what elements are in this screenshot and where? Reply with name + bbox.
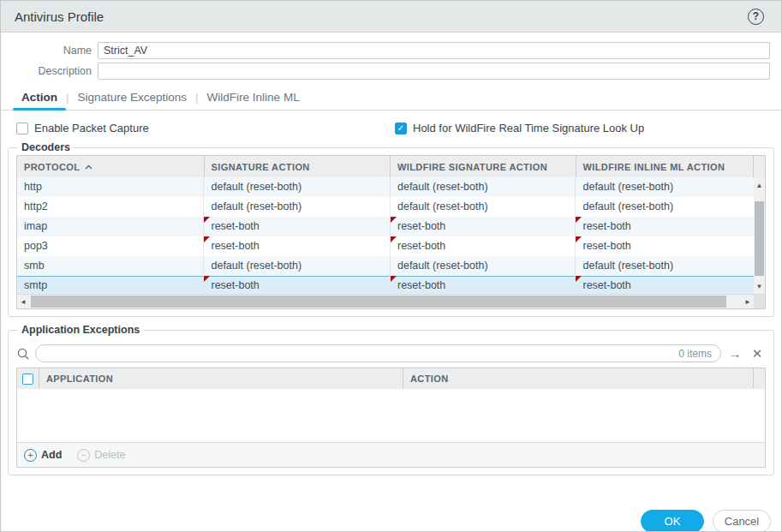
description-label: Description [1, 65, 98, 77]
column-header-protocol[interactable]: PROTOCOL [17, 156, 205, 177]
ok-button[interactable]: OK [641, 510, 704, 532]
signature-action-cell[interactable]: default (reset-both) [204, 197, 391, 217]
decoders-table-header: PROTOCOL SIGNATURE ACTION WILDFIRE SIGNA… [17, 156, 765, 177]
protocol-cell: smtp [17, 276, 204, 294]
plus-circle-icon: + [24, 449, 37, 462]
application-exceptions-table: APPLICATION ACTION + Add − Delete [16, 368, 766, 468]
enable-packet-capture-checkbox[interactable] [16, 123, 28, 134]
decoders-legend: Decoders [18, 141, 74, 153]
description-input[interactable] [98, 63, 770, 80]
table-row-http[interactable]: http default (reset-both) default (reset… [17, 177, 754, 197]
scrollbar-corner [754, 295, 765, 308]
wildfire-inline-ml-action-cell[interactable]: default (reset-both) [576, 256, 754, 276]
vertical-scrollbar-thumb[interactable] [755, 201, 764, 276]
column-header-application[interactable]: APPLICATION [39, 368, 403, 389]
delete-button-label: Delete [94, 449, 125, 461]
table-row-http2[interactable]: http2 default (reset-both) default (rese… [17, 197, 754, 217]
delete-button[interactable]: − Delete [77, 449, 125, 462]
decoders-table-body: http default (reset-both) default (reset… [17, 177, 765, 294]
options-row: Enable Packet Capture ✓ Hold for WildFir… [16, 122, 781, 134]
tab-wildfire-inline-ml[interactable]: WildFire Inline ML [199, 91, 308, 110]
signature-action-cell[interactable]: reset-both [204, 276, 391, 294]
signature-action-cell[interactable]: default (reset-both) [204, 256, 391, 276]
signature-action-cell[interactable]: reset-both [204, 236, 391, 256]
protocol-cell: smb [17, 256, 204, 276]
name-row: Name [1, 42, 770, 59]
application-table-footer: + Add − Delete [17, 442, 765, 467]
select-all-checkbox[interactable] [22, 374, 33, 385]
cancel-button[interactable]: Cancel [713, 510, 771, 532]
wildfire-inline-ml-action-cell[interactable]: reset-both [576, 236, 754, 256]
table-row-smb[interactable]: smb default (reset-both) default (reset-… [17, 256, 754, 276]
decoders-rows: http default (reset-both) default (reset… [17, 177, 754, 294]
packet-capture-option: Enable Packet Capture [16, 122, 395, 134]
sort-asc-icon [85, 164, 93, 170]
wildfire-signature-action-cell[interactable]: default (reset-both) [391, 197, 576, 217]
scroll-up-icon[interactable]: ▲ [754, 177, 765, 193]
wildfire-inline-ml-action-cell[interactable]: reset-both [576, 276, 754, 294]
protocol-cell: pop3 [17, 236, 204, 256]
help-icon[interactable]: ? [748, 9, 764, 25]
wildfire-hold-option: ✓ Hold for WildFire Real Time Signature … [395, 122, 644, 134]
scroll-down-icon[interactable]: ▼ [754, 278, 765, 294]
scroll-right-icon[interactable]: ► [742, 295, 754, 308]
profile-form: Name Description [1, 33, 781, 80]
tab-signature-exceptions[interactable]: Signature Exceptions [69, 91, 196, 110]
wildfire-inline-ml-action-cell[interactable]: reset-both [576, 217, 754, 236]
wildfire-inline-ml-action-cell[interactable]: default (reset-both) [576, 177, 754, 197]
vertical-scrollbar: ▲ ▼ [754, 177, 765, 294]
wildfire-signature-action-cell[interactable]: reset-both [391, 217, 576, 236]
description-row: Description [1, 63, 770, 80]
application-table-header: APPLICATION ACTION [17, 368, 765, 389]
minus-circle-icon: − [77, 449, 90, 462]
signature-action-cell[interactable]: reset-both [204, 217, 391, 236]
application-exceptions-legend: Application Exceptions [18, 324, 143, 336]
column-header-action[interactable]: ACTION [403, 368, 754, 389]
application-search-input[interactable] [43, 348, 678, 360]
horizontal-scrollbar-thumb[interactable] [31, 296, 726, 308]
wildfire-signature-action-cell[interactable]: default (reset-both) [391, 177, 576, 197]
name-label: Name [1, 45, 98, 57]
application-search-row: 0 items → ✕ [16, 344, 766, 362]
application-exceptions-group: Application Exceptions 0 items → ✕ APPLI… [8, 324, 774, 475]
clear-filter-x-icon[interactable]: ✕ [749, 346, 766, 362]
name-input[interactable] [98, 42, 770, 59]
select-all-cell [17, 368, 39, 389]
horizontal-scrollbar: ◄ ► [17, 294, 765, 308]
add-button-label: Add [41, 449, 62, 461]
table-row-pop3[interactable]: pop3 reset-both reset-both reset-both [17, 236, 754, 256]
signature-action-cell[interactable]: default (reset-both) [204, 177, 391, 197]
table-row-imap[interactable]: imap reset-both reset-both reset-both [17, 217, 754, 236]
wildfire-hold-checkbox[interactable]: ✓ [395, 123, 407, 134]
horizontal-scrollbar-track [29, 295, 742, 308]
add-button[interactable]: + Add [24, 449, 62, 462]
wildfire-signature-action-cell[interactable]: default (reset-both) [391, 256, 576, 276]
dialog-title: Antivirus Profile [15, 9, 104, 24]
search-pill: 0 items [35, 344, 721, 362]
table-row-smtp[interactable]: smtp reset-both reset-both reset-both [17, 276, 754, 294]
apply-filter-arrow-icon[interactable]: → [726, 346, 743, 361]
dialog-titlebar: Antivirus Profile ? [1, 1, 781, 33]
column-header-stub [754, 368, 765, 389]
column-header-wildfire-inline-ml-action[interactable]: WILDFIRE INLINE ML ACTION [576, 156, 755, 177]
tab-action[interactable]: Action [13, 91, 66, 110]
wildfire-inline-ml-action-cell[interactable]: default (reset-both) [576, 197, 754, 217]
protocol-cell: http [17, 177, 204, 197]
column-header-wildfire-signature-action[interactable]: WILDFIRE SIGNATURE ACTION [391, 156, 576, 177]
wildfire-signature-action-cell[interactable]: reset-both [391, 276, 576, 294]
wildfire-signature-action-cell[interactable]: reset-both [391, 236, 576, 256]
wildfire-hold-label: Hold for WildFire Real Time Signature Lo… [413, 122, 644, 134]
dialog-actions: OK Cancel [1, 510, 771, 532]
enable-packet-capture-label: Enable Packet Capture [34, 122, 149, 134]
application-table-body-empty [17, 389, 765, 442]
decoders-group: Decoders PROTOCOL SIGNATURE ACTION WILDF… [8, 141, 774, 317]
items-count-badge: 0 items [678, 348, 712, 360]
column-header-signature-action[interactable]: SIGNATURE ACTION [205, 156, 391, 177]
decoders-table: PROTOCOL SIGNATURE ACTION WILDFIRE SIGNA… [16, 155, 766, 309]
scroll-left-icon[interactable]: ◄ [17, 295, 29, 308]
protocol-cell: imap [17, 217, 204, 236]
search-icon [16, 347, 30, 361]
protocol-cell: http2 [17, 197, 204, 217]
antivirus-profile-dialog: Antivirus Profile ? Name Description Act… [0, 0, 782, 532]
tab-bar: Action | Signature Exceptions | WildFire… [1, 87, 781, 111]
